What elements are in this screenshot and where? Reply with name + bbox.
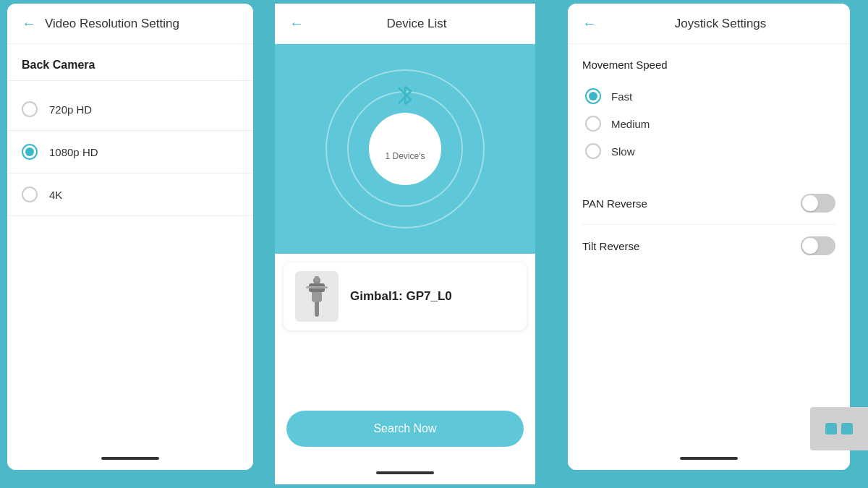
home-indicator-3 (680, 457, 738, 460)
speed-slow-label: Slow (611, 145, 635, 158)
resolution-item-4k[interactable]: 4K (7, 176, 253, 213)
movement-speed-label: Movement Speed (582, 59, 835, 71)
video-resolution-panel: ← Video Resolution Setting Back Camera 7… (0, 0, 260, 474)
speed-slow-row[interactable]: Slow (582, 137, 835, 165)
bluetooth-circles: ✖ 1 Device's (326, 69, 485, 228)
video-resolution-screen: ← Video Resolution Setting Back Camera 7… (7, 4, 253, 470)
device-item-gimbal[interactable]: Gimbal1: GP7_L0 (284, 262, 527, 330)
bluetooth-scan-area: ✖ 1 Device's (275, 44, 535, 254)
resolution-item-1080p[interactable]: 1080p HD (7, 134, 253, 170)
pan-reverse-row: PAN Reverse (582, 182, 835, 225)
bottom-bar-2 (275, 461, 535, 484)
resolution-list: 720p HD 1080p HD 4K (7, 84, 253, 226)
radio-1080p[interactable] (22, 144, 38, 160)
speed-medium-label: Medium (611, 118, 650, 130)
video-resolution-title: Video Resolution Setting (45, 17, 179, 31)
joystick-header: ← Joystick Settings (568, 4, 850, 44)
speed-fast-label: Fast (611, 90, 632, 103)
tilt-reverse-knob (802, 238, 818, 254)
divider-1080p (7, 173, 253, 174)
device-list-panel: ← Device List ✖ 1 Device's (260, 0, 550, 488)
joystick-settings-content: Movement Speed Fast Medium Slo (568, 44, 850, 447)
bluetooth-symbol (394, 82, 416, 108)
resolution-label-4k: 4K (49, 189, 62, 201)
divider-720p (7, 130, 253, 131)
tilt-reverse-row: Tilt Reverse (582, 225, 835, 267)
video-resolution-header: ← Video Resolution Setting (7, 4, 253, 44)
home-indicator-2 (376, 471, 434, 474)
device-list-header: ← Device List (275, 4, 535, 44)
resolution-label-720p: 720p HD (49, 103, 92, 116)
joystick-title: Joystick Settings (605, 17, 835, 31)
movement-speed-group: Movement Speed Fast Medium Slo (582, 59, 835, 165)
radio-720p[interactable] (22, 101, 38, 117)
device-name-label: Gimbal1: GP7_L0 (350, 289, 452, 304)
pan-reverse-label: PAN Reverse (582, 197, 647, 210)
radio-4k[interactable] (22, 187, 38, 202)
radio-fast-inner (589, 92, 597, 100)
svg-rect-5 (315, 276, 319, 282)
back-camera-label: Back Camera (7, 44, 253, 77)
radio-1080p-inner (25, 147, 34, 156)
back-button[interactable]: ← (22, 15, 36, 32)
bottom-bar-1 (7, 447, 253, 470)
radio-fast[interactable] (585, 88, 601, 104)
device-list-screen: ← Device List ✖ 1 Device's (275, 4, 535, 484)
radio-slow[interactable] (585, 143, 601, 159)
home-indicator-1 (101, 457, 159, 460)
device-list-area: Gimbal1: GP7_L0 (275, 254, 535, 399)
pan-reverse-toggle[interactable] (801, 194, 835, 213)
speed-medium-row[interactable]: Medium (582, 110, 835, 137)
device-count: 1 Device's (386, 151, 425, 161)
search-now-button[interactable]: Search Now (286, 411, 524, 447)
speed-fast-row[interactable]: Fast (582, 82, 835, 110)
radio-medium[interactable] (585, 116, 601, 132)
gimbal-illustration (299, 273, 335, 320)
joystick-back-button[interactable]: ← (582, 15, 597, 32)
pan-reverse-knob (802, 195, 818, 211)
bluetooth-center: ✖ 1 Device's (369, 113, 441, 185)
divider (7, 80, 253, 81)
divider-4k (7, 215, 253, 216)
corner-widget (810, 407, 868, 450)
bottom-bar-3 (568, 447, 850, 470)
svg-rect-3 (306, 286, 328, 288)
joystick-settings-screen: ← Joystick Settings Movement Speed Fast (568, 4, 850, 470)
device-image (295, 271, 339, 322)
widget-dot-1 (825, 423, 837, 435)
device-list-title: Device List (312, 17, 521, 31)
resolution-label-1080p: 1080p HD (49, 146, 98, 158)
joystick-settings-panel: ← Joystick Settings Movement Speed Fast (550, 0, 868, 474)
search-btn-area: Search Now (275, 399, 535, 461)
resolution-item-720p[interactable]: 720p HD (7, 91, 253, 127)
device-list-back-button[interactable]: ← (289, 15, 304, 32)
widget-dot-2 (841, 423, 853, 435)
tilt-reverse-label: Tilt Reverse (582, 240, 639, 252)
tilt-reverse-toggle[interactable] (801, 236, 835, 255)
